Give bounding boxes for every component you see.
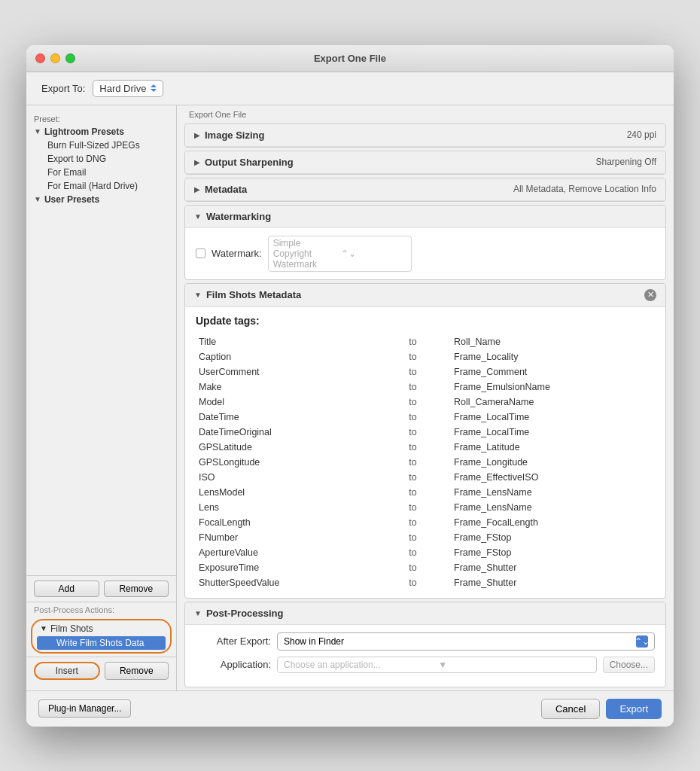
post-processing-header[interactable]: ▼ Post-Processing — [185, 602, 665, 625]
film-shots-body: Update tags: Title to Roll_Name Caption … — [185, 307, 665, 598]
metadata-row: FocalLength to Frame_FocalLength — [196, 515, 655, 530]
tag-to: to — [406, 545, 451, 560]
watermarking-body: Watermark: Simple Copyright Watermark ⌃⌄ — [185, 228, 665, 279]
film-shots-chevron-icon: ▼ — [40, 624, 47, 632]
maximize-button[interactable] — [65, 53, 75, 63]
after-export-value: Show in Finder — [284, 636, 633, 647]
metadata-header[interactable]: ▶ Metadata All Metadata, Remove Location… — [185, 178, 665, 201]
after-export-arrow-icon: ⌃⌄ — [636, 635, 648, 648]
application-label: Application: — [196, 659, 271, 670]
select-arrow-icon — [151, 84, 157, 92]
tag-name: Make — [196, 379, 406, 395]
film-shots-metadata-section: ▼ Film Shots Metadata ✕ Update tags: Tit… — [184, 283, 666, 599]
film-shots-group-header[interactable]: ▼ Film Shots — [32, 622, 170, 635]
minimize-button[interactable] — [50, 53, 60, 63]
tag-to: to — [406, 470, 451, 485]
image-sizing-header[interactable]: ▶ Image Sizing 240 ppi — [185, 124, 665, 147]
add-preset-button[interactable]: Add — [34, 581, 99, 597]
tag-name: Caption — [196, 349, 406, 364]
update-tags-title: Update tags: — [196, 315, 655, 327]
watermark-select-value: Simple Copyright Watermark — [273, 238, 338, 270]
sidebar-item-export-dng[interactable]: Export to DNG — [26, 152, 176, 166]
close-button[interactable] — [35, 53, 45, 63]
post-processing-body: After Export: Show in Finder ⌃⌄ Applicat… — [185, 625, 665, 687]
sidebar-item-for-email[interactable]: For Email — [26, 166, 176, 179]
metadata-title: Metadata — [205, 184, 247, 195]
tag-value: Frame_EmulsionName — [451, 379, 655, 395]
metadata-row: GPSLatitude to Frame_Latitude — [196, 440, 655, 455]
window-title: Export One File — [314, 53, 386, 64]
sidebar-item-for-email-hd[interactable]: For Email (Hard Drive) — [26, 179, 176, 193]
tag-to: to — [406, 410, 451, 425]
preset-buttons: Add Remove — [26, 575, 176, 602]
after-export-label: After Export: — [196, 635, 271, 647]
watermark-checkbox[interactable] — [196, 248, 205, 258]
tag-to: to — [406, 455, 451, 470]
output-sharpening-section: ▶ Output Sharpening Sharpening Off — [184, 151, 666, 175]
tag-value: Roll_Name — [451, 334, 655, 349]
tag-to: to — [406, 440, 451, 455]
export-to-value: Hard Drive — [99, 83, 146, 94]
footer: Plug-in Manager... Cancel Export — [26, 690, 674, 727]
film-shots-close-button[interactable]: ✕ — [644, 289, 656, 301]
metadata-row: LensModel to Frame_LensName — [196, 485, 655, 500]
remove-action-button[interactable]: Remove — [105, 662, 169, 680]
choose-app-button[interactable]: Choose... — [603, 657, 655, 673]
plugin-manager-button[interactable]: Plug-in Manager... — [38, 699, 131, 718]
tag-value: Frame_Comment — [451, 364, 655, 379]
preset-label: Preset: — [26, 111, 176, 125]
app-select-arrow-icon: ▼ — [438, 660, 589, 670]
sidebar-item-burn-jpegs[interactable]: Burn Full-Sized JPEGs — [26, 139, 176, 152]
metadata-row: Lens to Frame_LensName — [196, 500, 655, 515]
toolbar: Export To: Hard Drive — [26, 72, 674, 105]
user-presets-header[interactable]: ▼ User Presets — [26, 193, 176, 206]
metadata-row: ApertureValue to Frame_FStop — [196, 545, 655, 560]
tag-to: to — [406, 515, 451, 530]
metadata-table: Title to Roll_Name Caption to Frame_Loca… — [196, 334, 655, 590]
tag-value: Frame_EffectiveISO — [451, 470, 655, 485]
output-sharpening-chevron-icon: ▶ — [194, 158, 200, 166]
tag-name: FocalLength — [196, 515, 406, 530]
film-shots-metadata-title: Film Shots Metadata — [206, 289, 301, 300]
metadata-row: DateTime to Frame_LocalTime — [196, 410, 655, 425]
main-panel-title: Export One File — [177, 105, 674, 122]
application-select[interactable]: Choose an application... ▼ — [277, 657, 597, 673]
cancel-button[interactable]: Cancel — [541, 699, 600, 719]
watermarking-header[interactable]: ▼ Watermarking — [185, 206, 665, 228]
tag-name: FNumber — [196, 530, 406, 545]
write-film-shots-item[interactable]: Write Film Shots Data — [37, 636, 166, 650]
tag-to: to — [406, 395, 451, 410]
image-sizing-section: ▶ Image Sizing 240 ppi — [184, 123, 666, 148]
tag-name: UserComment — [196, 364, 406, 379]
tag-to: to — [406, 334, 451, 349]
metadata-value: All Metadata, Remove Location Info — [513, 184, 656, 194]
image-sizing-title: Image Sizing — [205, 130, 264, 141]
insert-button[interactable]: Insert — [34, 662, 100, 680]
metadata-row: ExposureTime to Frame_Shutter — [196, 560, 655, 575]
tag-name: LensModel — [196, 485, 406, 500]
export-button[interactable]: Export — [606, 699, 662, 719]
lightroom-presets-label: Lightroom Presets — [44, 126, 124, 137]
export-to-select[interactable]: Hard Drive — [93, 80, 163, 97]
after-export-row: After Export: Show in Finder ⌃⌄ — [196, 632, 655, 651]
after-export-select[interactable]: Show in Finder ⌃⌄ — [277, 632, 655, 651]
tag-name: GPSLatitude — [196, 440, 406, 455]
metadata-chevron-icon: ▶ — [194, 185, 200, 194]
image-sizing-value: 240 ppi — [627, 130, 656, 140]
tag-value: Frame_Locality — [451, 349, 655, 364]
metadata-row: ShutterSpeedValue to Frame_Shutter — [196, 575, 655, 590]
tag-to: to — [406, 425, 451, 440]
remove-preset-button[interactable]: Remove — [104, 581, 169, 597]
tag-name: ExposureTime — [196, 560, 406, 575]
watermark-select[interactable]: Simple Copyright Watermark ⌃⌄ — [268, 236, 412, 272]
lightroom-presets-group: ▼ Lightroom Presets Burn Full-Sized JPEG… — [26, 125, 176, 193]
user-presets-label: User Presets — [44, 194, 99, 205]
metadata-section: ▶ Metadata All Metadata, Remove Location… — [184, 178, 666, 202]
output-sharpening-header[interactable]: ▶ Output Sharpening Sharpening Off — [185, 151, 665, 174]
lightroom-presets-header[interactable]: ▼ Lightroom Presets — [26, 125, 176, 139]
tag-to: to — [406, 500, 451, 515]
chevron-down-icon: ▼ — [34, 127, 41, 136]
metadata-row: Make to Frame_EmulsionName — [196, 379, 655, 395]
titlebar: Export One File — [26, 45, 674, 72]
watermarking-title: Watermarking — [206, 211, 271, 222]
